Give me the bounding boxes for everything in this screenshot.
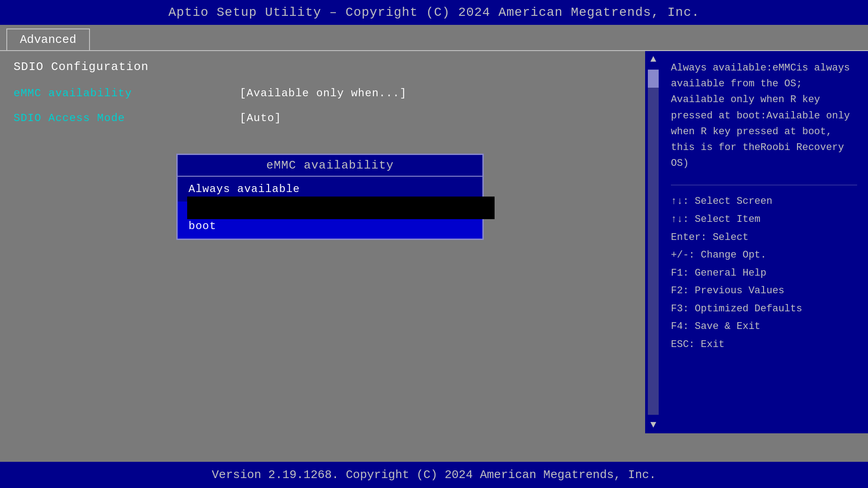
bottom-bar: Version 2.19.1268. Copyright (C) 2024 Am… bbox=[0, 462, 868, 488]
scroll-down-arrow[interactable]: ▼ bbox=[647, 417, 659, 433]
emmc-availability-item: eMMC availability [Available only when..… bbox=[14, 87, 632, 99]
key-hint-f2: F2: Previous Values bbox=[671, 282, 857, 300]
title-text: Aptio Setup Utility – Copyright (C) 2024… bbox=[169, 5, 700, 19]
sdio-access-mode-item: SDIO Access Mode [Auto] bbox=[14, 112, 632, 124]
dropdown-option-1[interactable]: Available only when R key pressed at boo… bbox=[178, 202, 482, 239]
main-area: SDIO Configuration eMMC availability [Av… bbox=[0, 50, 868, 433]
divider bbox=[671, 185, 857, 185]
key-hint-enter: Enter: Select bbox=[671, 229, 857, 247]
key-hint-select-screen: ↑↓: Select Screen bbox=[671, 192, 857, 211]
scroll-up-arrow[interactable]: ▲ bbox=[647, 51, 659, 68]
right-panel: Always available:eMMCis always available… bbox=[660, 51, 868, 433]
key-hint-esc: ESC: Exit bbox=[671, 336, 857, 354]
tab-advanced[interactable]: Advanced bbox=[6, 28, 90, 50]
key-hints: ↑↓: Select Screen ↑↓: Select Item Enter:… bbox=[671, 192, 857, 353]
dropdown-title: eMMC availability bbox=[178, 155, 482, 177]
emmc-availability-label: eMMC availability bbox=[14, 87, 240, 99]
scrollbar[interactable]: ▲ ▼ bbox=[646, 51, 660, 433]
sdio-access-mode-label: SDIO Access Mode bbox=[14, 112, 240, 124]
key-hint-select-item: ↑↓: Select Item bbox=[671, 211, 857, 229]
scroll-thumb bbox=[648, 70, 659, 88]
key-hint-f4: F4: Save & Exit bbox=[671, 318, 857, 336]
dropdown-popup[interactable]: eMMC availability Always available Avail… bbox=[176, 154, 484, 240]
scroll-track bbox=[648, 70, 659, 415]
sdio-access-mode-value[interactable]: [Auto] bbox=[240, 112, 281, 124]
key-hint-change-opt: +/-: Change Opt. bbox=[671, 246, 857, 264]
key-hint-f1: F1: General Help bbox=[671, 264, 857, 282]
key-hint-f3: F3: Optimized Defaults bbox=[671, 300, 857, 318]
help-text: Always available:eMMCis always available… bbox=[671, 60, 857, 171]
left-panel: SDIO Configuration eMMC availability [Av… bbox=[0, 51, 646, 433]
bottom-text: Version 2.19.1268. Copyright (C) 2024 Am… bbox=[212, 468, 656, 482]
title-bar: Aptio Setup Utility – Copyright (C) 2024… bbox=[0, 0, 868, 25]
section-title: SDIO Configuration bbox=[14, 60, 632, 74]
emmc-availability-value[interactable]: [Available only when...] bbox=[240, 87, 407, 99]
dropdown-option-0[interactable]: Always available bbox=[178, 177, 482, 202]
tab-bar: Advanced bbox=[0, 25, 868, 50]
